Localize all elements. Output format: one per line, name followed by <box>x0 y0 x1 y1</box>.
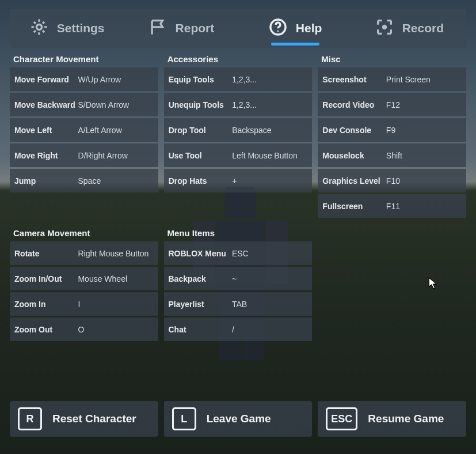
keybind-row: Use ToolLeft Mouse Button <box>164 143 313 167</box>
keybind-row: ScreenshotPrint Screen <box>318 67 466 91</box>
tab-settings[interactable]: Settings <box>10 9 124 48</box>
keybind-value: / <box>232 325 312 334</box>
keybind-label: Fullscreen <box>318 202 386 211</box>
keybind-label: Drop Tool <box>164 126 233 135</box>
keybind-row: Move ForwardW/Up Arrow <box>10 67 158 91</box>
keybind-value: Right Mouse Button <box>78 249 158 258</box>
section-header: Accessories <box>164 52 313 67</box>
section-accessories: Accessories Equip Tools1,2,3... Unequip … <box>164 52 313 220</box>
keybind-label: Graphics Level <box>318 176 386 186</box>
tab-record[interactable]: Record <box>352 9 466 48</box>
keybind-value: 1,2,3... <box>232 100 312 109</box>
keybind-row: RotateRight Mouse Button <box>10 241 158 265</box>
keybind-row: Move LeftA/Left Arrow <box>10 118 158 142</box>
gear-icon <box>29 17 49 40</box>
keybind-row: Backpack~ <box>164 267 313 290</box>
keybind-value: Print Screen <box>386 75 466 84</box>
keybind-label: Jump <box>10 176 78 186</box>
keybind-value: F9 <box>386 126 466 135</box>
section-misc: Misc ScreenshotPrint Screen Record Video… <box>318 52 466 220</box>
keybind-label: Chat <box>164 325 232 334</box>
keybind-value: TAB <box>232 300 312 309</box>
keybind-label: Record Video <box>318 100 386 109</box>
tabbar: Settings Report Help Record <box>10 9 466 48</box>
keybind-row: Move RightD/Right Arrow <box>10 143 158 167</box>
keybind-label: Dev Console <box>318 126 386 135</box>
keybind-label: Move Backward <box>10 100 78 109</box>
keybind-row: Unequip Tools1,2,3... <box>164 93 313 116</box>
keybind-value: Shift <box>386 151 466 160</box>
resume-game-button[interactable]: ESC Resume Game <box>318 401 466 437</box>
keybind-row: Dev ConsoleF9 <box>318 118 466 142</box>
keybind-value: F11 <box>386 202 466 211</box>
section-header: Menu Items <box>164 226 313 241</box>
help-sections-row2: Camera Movement RotateRight Mouse Button… <box>10 226 312 343</box>
keybind-row: Zoom InI <box>10 292 158 316</box>
keybind-row: ROBLOX MenuESC <box>164 241 313 265</box>
button-label: Reset Character <box>52 413 136 425</box>
keybind-value: ~ <box>232 274 312 283</box>
leave-game-button[interactable]: L Leave Game <box>164 401 313 437</box>
keybind-label: Zoom In/Out <box>10 274 78 283</box>
bottom-button-bar: R Reset Character L Leave Game ESC Resum… <box>10 401 466 437</box>
record-icon <box>375 17 394 40</box>
keybind-value: S/Down Arrow <box>78 100 158 109</box>
keybind-value: Left Mouse Button <box>232 151 312 160</box>
keybind-value: A/Left Arrow <box>78 126 158 135</box>
keybind-row: MouselockShift <box>318 143 466 167</box>
keybind-label: Equip Tools <box>164 75 233 84</box>
keybind-value: Backspace <box>232 126 312 135</box>
reset-character-button[interactable]: R Reset Character <box>10 401 158 437</box>
keybind-label: Zoom In <box>10 300 78 309</box>
keybind-value: + <box>232 176 312 186</box>
section-header: Misc <box>318 52 466 67</box>
keycap: L <box>172 407 196 430</box>
keybind-value: F10 <box>386 176 466 186</box>
keybind-row: Graphics LevelF10 <box>318 169 466 192</box>
keybind-row: Move BackwardS/Down Arrow <box>10 93 158 116</box>
keybind-label: Mouselock <box>318 151 386 160</box>
tab-report[interactable]: Report <box>124 9 238 48</box>
tab-label: Settings <box>57 21 105 35</box>
keybind-row: Drop Hats+ <box>164 169 313 192</box>
tab-label: Record <box>402 21 444 35</box>
keybind-label: Use Tool <box>164 151 233 160</box>
section-header: Camera Movement <box>10 226 158 241</box>
section-camera-movement: Camera Movement RotateRight Mouse Button… <box>10 226 158 343</box>
svg-point-0 <box>36 24 41 29</box>
keybind-value: Space <box>78 176 158 186</box>
help-sections-row1: Character Movement Move ForwardW/Up Arro… <box>10 52 466 220</box>
keybind-label: ROBLOX Menu <box>164 249 232 258</box>
section-character-movement: Character Movement Move ForwardW/Up Arro… <box>10 52 158 220</box>
keybind-row: FullscreenF11 <box>318 194 466 218</box>
keybind-row: Zoom OutO <box>10 317 158 341</box>
keybind-row: Chat/ <box>164 317 313 341</box>
keybind-label: Drop Hats <box>164 176 233 186</box>
keybind-value: ESC <box>232 249 312 258</box>
keybind-row: Zoom In/OutMouse Wheel <box>10 267 158 290</box>
keybind-value: 1,2,3... <box>232 75 312 84</box>
keybind-row: Record VideoF12 <box>318 93 466 116</box>
keybind-row: Drop ToolBackspace <box>164 118 313 142</box>
keybind-label: Playerlist <box>164 300 232 309</box>
keybind-value: F12 <box>386 100 466 109</box>
keycap: R <box>18 407 42 430</box>
keybind-label: Unequip Tools <box>164 100 233 109</box>
tab-label: Help <box>296 21 322 35</box>
keybind-label: Move Forward <box>10 75 78 84</box>
keybind-value: I <box>78 300 158 309</box>
keybind-label: Move Left <box>10 126 78 135</box>
keybind-label: Screenshot <box>318 75 386 84</box>
svg-point-3 <box>382 24 387 29</box>
flag-icon <box>148 17 167 40</box>
svg-point-2 <box>277 30 279 32</box>
keybind-value: D/Right Arrow <box>78 151 158 160</box>
keybind-label: Backpack <box>164 274 232 283</box>
button-label: Resume Game <box>368 413 444 425</box>
keybind-value: Mouse Wheel <box>78 274 158 283</box>
keybind-row: PlayerlistTAB <box>164 292 313 316</box>
keybind-label: Zoom Out <box>10 325 78 334</box>
section-menu-items: Menu Items ROBLOX MenuESC Backpack~ Play… <box>164 226 313 343</box>
tab-help[interactable]: Help <box>238 9 352 48</box>
tab-label: Report <box>176 21 215 35</box>
